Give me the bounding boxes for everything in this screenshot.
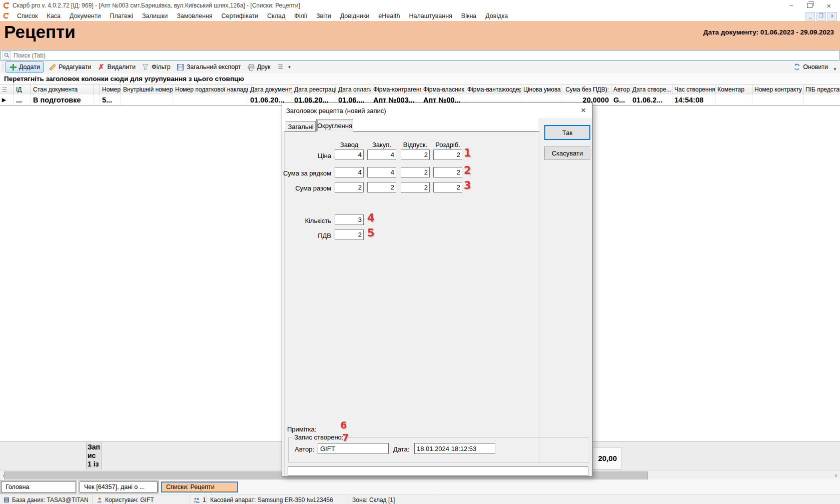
price-zakup-input[interactable] <box>367 150 396 160</box>
plus-icon <box>9 63 17 71</box>
dialog-close-icon[interactable]: × <box>577 105 589 116</box>
quantity-label: Кількість <box>282 217 331 224</box>
menu-item-kasa[interactable]: Каса <box>43 12 65 20</box>
column-header-contract-number[interactable]: Номер контракту <box>752 84 803 94</box>
menu-item-dovidka[interactable]: Довідка <box>481 12 512 20</box>
linesum-rozdrib-input[interactable] <box>433 167 462 178</box>
linesum-zakup-input[interactable] <box>367 167 396 178</box>
tab-holovna[interactable]: Головна <box>1 482 76 492</box>
document-date-range: Дата документу: 01.06.2023 - 29.09.2023 <box>703 28 834 36</box>
delete-x-icon: ✗ <box>97 63 105 71</box>
minimize-icon[interactable]: – <box>790 2 793 9</box>
column-header-owner[interactable]: Фірма-власник <box>421 84 465 94</box>
date-field[interactable] <box>414 443 495 454</box>
menu-item-ehealth[interactable]: eHealth <box>374 12 404 20</box>
column-header-sum-no-vat[interactable]: Сума без ПДВ): <box>561 84 611 94</box>
tab-okruhlennia[interactable]: Округлення <box>316 119 353 132</box>
column-header-consignee[interactable]: Фірма-вантажоодерж... <box>465 84 521 94</box>
menu-item-dovidnyky[interactable]: Довідники <box>336 12 374 20</box>
column-header-tax-invoice[interactable]: Номер податкової накладної <box>173 84 248 94</box>
menu-item-zamovlennia[interactable]: Замовлення <box>172 12 217 20</box>
total-zavod-input[interactable] <box>335 182 364 192</box>
search-box[interactable] <box>1 50 839 60</box>
edit-button[interactable]: Редагувати <box>46 62 94 72</box>
cancel-button[interactable]: Скасувати <box>544 146 590 160</box>
refresh-button[interactable]: Оновити <box>790 62 831 72</box>
scroll-right-icon[interactable]: › <box>832 471 840 480</box>
column-header-state[interactable]: Стан документа <box>31 84 94 94</box>
quantity-input[interactable] <box>335 214 364 225</box>
column-header-created-time[interactable]: Час створення <box>672 84 715 94</box>
chevron-down-icon: ▼ <box>288 65 292 70</box>
view-options-button[interactable]: ☰ ▼ <box>274 62 295 72</box>
column-header-author[interactable]: Автор <box>611 84 630 94</box>
column-header-pay-date[interactable]: Дата оплати <box>336 84 371 94</box>
column-chooser-button[interactable]: ☰ <box>0 84 14 94</box>
column-header-counterparty[interactable]: Фірма-контрагент <box>371 84 421 94</box>
print-label: Друк <box>257 64 271 70</box>
menu-item-platezhi[interactable]: Платежі <box>105 12 138 20</box>
cell-blank <box>94 94 100 105</box>
toolbar: Додати Редагувати ✗ Видалити Фільтр Зага… <box>0 60 840 74</box>
add-button[interactable]: Додати <box>6 62 44 72</box>
total-rozdrib-input[interactable] <box>433 182 462 192</box>
group-by-panel[interactable]: Перетягніть заголовок колонки сюди для у… <box>0 74 840 84</box>
column-header-number[interactable]: Номер <box>100 84 121 94</box>
price-zavod-input[interactable] <box>335 150 364 160</box>
toolbar-overflow-icon[interactable]: ▼ <box>833 67 837 72</box>
annotation-badge-7: 7 <box>342 432 349 443</box>
linesum-vidpusk-input[interactable] <box>401 167 430 178</box>
menu-item-sklad[interactable]: Склад <box>263 12 290 20</box>
cell-comment <box>715 94 752 105</box>
menu-item-nalashtuvannia[interactable]: Налаштування <box>404 12 456 20</box>
tab-spysky-recepty[interactable]: Списки: Рецепти <box>161 482 238 492</box>
mdi-close-icon[interactable]: x <box>827 12 837 20</box>
toolbar-grip[interactable] <box>2 62 4 72</box>
ok-button[interactable]: Так <box>544 125 590 140</box>
menu-item-zalyshky[interactable]: Залишки <box>138 12 172 20</box>
total-zakup-input[interactable] <box>367 182 396 192</box>
mdi-minimize-icon[interactable]: _ <box>805 12 815 20</box>
col-header-vidpusk: Відпуск. <box>401 141 430 148</box>
column-header-blank[interactable] <box>94 84 100 94</box>
linesum-zavod-input[interactable] <box>335 167 364 178</box>
filter-button[interactable]: Фільтр <box>139 62 174 72</box>
recipe-header-dialog: Заголовок рецепта (новий запис) × Загаль… <box>282 102 593 476</box>
menu-item-spysok[interactable]: Список <box>13 12 43 20</box>
column-header-reg-date[interactable]: Дата реестрації <box>292 84 336 94</box>
vat-input[interactable] <box>335 230 364 240</box>
price-vidpusk-input[interactable] <box>401 150 430 160</box>
column-header-doc-date[interactable]: Дата документу <box>248 84 292 94</box>
application-window: Скарб pro v. 4.0.2.72 [ІД: 969] - [Апт №… <box>0 0 840 504</box>
search-input[interactable] <box>13 52 839 60</box>
delete-button[interactable]: ✗ Видалити <box>94 62 139 72</box>
restore-icon[interactable] <box>807 3 812 8</box>
status-database: База даних: TASA3@TITAN <box>12 496 89 504</box>
annotation-badge-5: 5 <box>367 227 375 239</box>
mdi-restore-icon[interactable]: ❒ <box>816 12 826 20</box>
menu-item-filii[interactable]: Філії <box>290 12 312 20</box>
column-header-comment[interactable]: Коментар <box>715 84 752 94</box>
tab-zahalni[interactable]: Загальні <box>286 121 316 132</box>
export-button[interactable]: Загальний експорт <box>174 62 244 72</box>
column-header-internal-number[interactable]: Внутрішній номер <box>121 84 173 94</box>
tab-chek[interactable]: Чек [64357], дані о ... <box>80 482 158 492</box>
grid-menu-icon: ☰ <box>2 86 7 93</box>
price-rozdrib-input[interactable] <box>433 150 462 160</box>
column-header-id[interactable]: ІД <box>14 84 31 94</box>
cell-tax-invoice <box>173 94 248 105</box>
column-header-price-condition[interactable]: Цінова умова <box>521 84 561 94</box>
note-field[interactable] <box>288 466 588 476</box>
total-vidpusk-input[interactable] <box>401 182 430 192</box>
column-header-created-date[interactable]: Дата створе... <box>630 84 672 94</box>
menu-item-zvity[interactable]: Звіти <box>312 12 336 20</box>
close-icon[interactable]: × <box>826 2 831 10</box>
floppy-icon <box>177 63 185 71</box>
menu-item-sertyfikaty[interactable]: Сертифікати <box>217 12 263 20</box>
column-header-representative[interactable]: ПІБ представ <box>803 84 840 94</box>
menu-item-dokumenty[interactable]: Документи <box>65 12 105 20</box>
author-field[interactable] <box>318 443 389 454</box>
menu-item-vikna[interactable]: Вікна <box>457 12 481 20</box>
export-label: Загальний експорт <box>187 64 241 70</box>
print-button[interactable]: Друк <box>244 62 274 72</box>
